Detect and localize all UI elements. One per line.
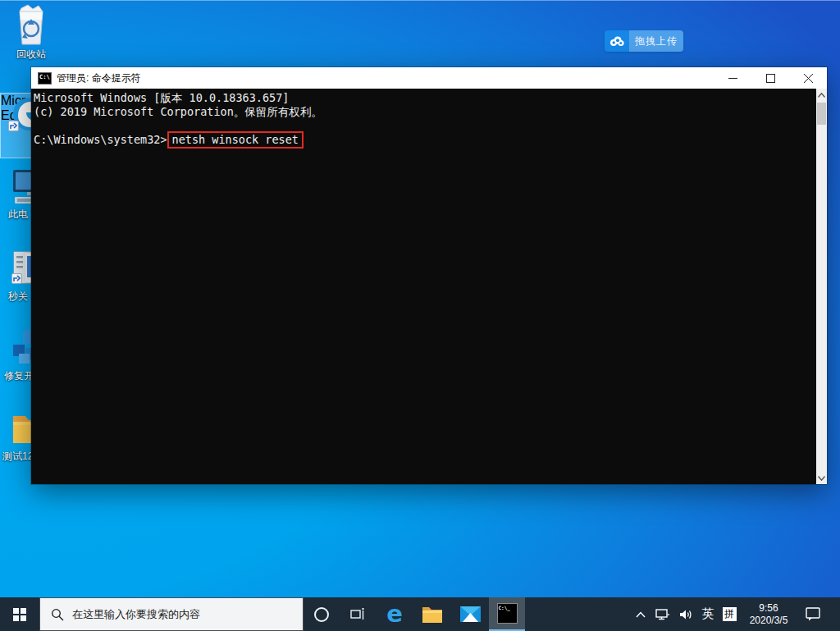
ime-language-indicator[interactable]: 英 xyxy=(697,597,719,631)
console-prompt-line: C:\Windows\system32>netsh winsock reset xyxy=(34,133,814,161)
ime-mode-indicator[interactable]: 拼 xyxy=(719,597,740,631)
console-line xyxy=(34,119,814,133)
clock-date: 2020/3/5 xyxy=(750,615,788,627)
drag-upload-widget[interactable]: 拖拽上传 xyxy=(605,30,683,52)
taskbar: e C:\_ xyxy=(0,597,840,631)
taskbar-mail-button[interactable] xyxy=(451,597,489,631)
typed-command: netsh winsock reset xyxy=(172,133,299,146)
command-annotation-box: netsh winsock reset xyxy=(167,131,304,149)
ime-mode-label: 拼 xyxy=(723,607,737,621)
speaker-icon xyxy=(679,609,693,620)
action-center-button[interactable] xyxy=(797,597,829,631)
desktop-icon-label: 修复开 xyxy=(4,369,34,383)
scroll-down-button[interactable] xyxy=(816,472,827,484)
notification-icon xyxy=(806,607,820,621)
taskbar-edge-button[interactable]: e xyxy=(376,597,413,631)
recycle-bin-icon xyxy=(0,2,62,48)
cmd-titlebar[interactable]: C:\ 管理员: 命令提示符 xyxy=(31,67,827,89)
shortcut-arrow-icon xyxy=(11,273,22,284)
cmd-window-icon: C:\ xyxy=(38,72,52,85)
taskbar-cmd-button-active[interactable]: C:\_ xyxy=(489,597,525,631)
taskbar-search[interactable] xyxy=(39,597,304,631)
file-explorer-icon xyxy=(422,606,443,624)
desktop: 回收站 Micr Ed 此电 xyxy=(0,0,840,631)
shortcut-arrow-icon xyxy=(8,121,19,131)
search-input[interactable] xyxy=(72,608,277,620)
tray-overflow-button[interactable] xyxy=(630,597,651,631)
cmd-icon: C:\_ xyxy=(497,603,518,624)
network-status-button[interactable] xyxy=(651,597,674,631)
minimize-button[interactable] xyxy=(714,67,751,89)
console-output[interactable]: Microsoft Windows [版本 10.0.18363.657] (c… xyxy=(31,89,827,484)
volume-button[interactable] xyxy=(674,597,697,631)
console-scrollbar[interactable] xyxy=(816,89,827,484)
close-icon xyxy=(804,74,813,83)
desktop-icon-recycle-bin[interactable]: 回收站 xyxy=(0,2,62,48)
drag-upload-label: 拖拽上传 xyxy=(629,30,683,52)
ime-language-label: 英 xyxy=(702,606,714,622)
task-view-button[interactable] xyxy=(340,597,376,631)
cloud-icon xyxy=(605,30,629,52)
console-line: (c) 2019 Microsoft Corporation。保留所有权利。 xyxy=(34,105,814,119)
network-ethernet-icon xyxy=(655,608,670,621)
screen-top-edge xyxy=(0,0,840,1)
close-button[interactable] xyxy=(789,67,827,89)
cmd-window: C:\ 管理员: 命令提示符 Mi xyxy=(31,67,827,484)
scroll-up-button[interactable] xyxy=(816,89,827,101)
system-tray: 英 拼 9:56 2020/3/5 xyxy=(630,597,840,631)
mail-icon xyxy=(460,606,481,622)
maximize-icon xyxy=(766,74,775,83)
start-button[interactable] xyxy=(0,597,39,631)
edge-icon: e xyxy=(386,602,403,626)
cortana-icon xyxy=(314,607,329,622)
desktop-icon-label: 此电 xyxy=(8,208,28,222)
maximize-button[interactable] xyxy=(751,67,789,89)
chevron-up-icon xyxy=(818,93,825,98)
search-icon xyxy=(51,608,64,621)
window-title: 管理员: 命令提示符 xyxy=(57,71,141,85)
console-line: Microsoft Windows [版本 10.0.18363.657] xyxy=(34,91,814,105)
desktop-icon-label: 测试12 xyxy=(2,450,33,464)
chevron-down-icon xyxy=(818,476,825,481)
clock-time: 9:56 xyxy=(759,602,778,615)
desktop-icon-label: 秒关 xyxy=(8,290,28,304)
windows-logo-icon xyxy=(13,608,26,621)
console-prompt: C:\Windows\system32> xyxy=(34,133,167,146)
chevron-up-icon xyxy=(636,611,646,618)
desktop-icon-label: 回收站 xyxy=(0,48,62,62)
cortana-button[interactable] xyxy=(304,597,340,631)
task-view-icon xyxy=(350,607,365,621)
minimize-icon xyxy=(728,74,737,83)
scrollbar-thumb[interactable] xyxy=(817,103,826,125)
taskbar-file-explorer-button[interactable] xyxy=(413,597,451,631)
taskbar-clock[interactable]: 9:56 2020/3/5 xyxy=(740,597,797,631)
